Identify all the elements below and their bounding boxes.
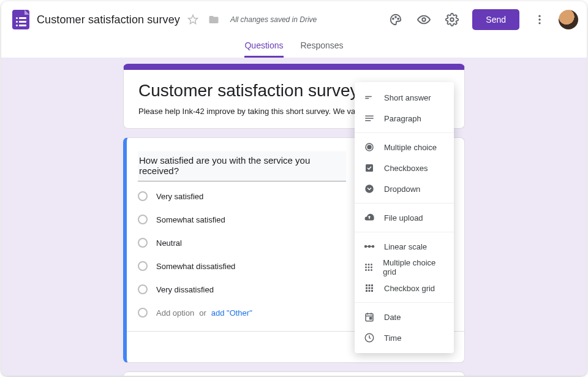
add-other-button[interactable]: add "Other"	[211, 308, 252, 318]
tab-responses[interactable]: Responses	[301, 38, 344, 58]
svg-point-34	[368, 267, 370, 268]
question-title-input[interactable]: How satisfied are you with the service y…	[138, 151, 346, 181]
svg-point-28	[369, 246, 371, 248]
star-icon[interactable]	[185, 14, 201, 25]
type-label: Checkbox grid	[384, 284, 435, 293]
short-answer-icon	[363, 92, 375, 103]
question-type-menu: Short answer Paragraph Multiple choice C…	[355, 82, 454, 353]
type-cb-grid[interactable]: Checkbox grid	[355, 278, 454, 299]
svg-point-12	[451, 18, 454, 21]
svg-point-37	[368, 269, 370, 271]
svg-point-27	[365, 246, 367, 248]
svg-point-36	[365, 269, 367, 271]
svg-rect-17	[365, 96, 372, 97]
linear-scale-icon	[363, 241, 375, 252]
app-header: Customer satisfaction survey All changes…	[1, 1, 587, 38]
svg-rect-47	[371, 290, 373, 292]
type-linear-scale[interactable]: Linear scale	[355, 236, 454, 257]
move-to-folder-icon[interactable]	[206, 14, 222, 25]
grid-radio-icon	[363, 262, 374, 273]
svg-point-9	[395, 17, 396, 18]
type-dropdown[interactable]: Dropdown	[355, 178, 454, 199]
paragraph-icon	[363, 113, 375, 124]
radio-icon	[138, 261, 148, 271]
calendar-icon	[363, 311, 375, 322]
document-title[interactable]: Customer satisfaction survey	[37, 13, 180, 26]
type-label: Paragraph	[384, 114, 421, 123]
grid-checkbox-icon	[363, 283, 375, 294]
svg-point-15	[538, 22, 540, 24]
svg-rect-5	[16, 25, 18, 26]
svg-point-10	[398, 18, 399, 20]
svg-point-13	[538, 15, 540, 17]
type-mc-grid[interactable]: Multiple choice grid	[355, 257, 454, 278]
svg-rect-6	[19, 25, 26, 26]
svg-rect-39	[366, 284, 368, 286]
option-label[interactable]: Somewhat satisfied	[156, 215, 225, 224]
svg-point-11	[423, 18, 426, 21]
type-label: Checkboxes	[384, 164, 428, 173]
dropdown-icon	[363, 183, 375, 194]
svg-rect-3	[16, 21, 18, 23]
menu-separator	[355, 302, 454, 303]
radio-icon	[138, 284, 148, 294]
radio-icon	[363, 142, 375, 153]
type-label: Short answer	[384, 93, 431, 102]
svg-point-8	[393, 18, 394, 20]
account-avatar[interactable]	[559, 10, 578, 29]
radio-icon	[138, 215, 148, 224]
more-options-icon[interactable]	[528, 8, 551, 31]
preview-icon[interactable]	[412, 8, 435, 31]
tab-questions[interactable]: Questions	[244, 38, 283, 58]
cloud-upload-icon	[363, 212, 375, 223]
svg-rect-41	[371, 284, 373, 286]
option-label[interactable]: Very dissatisfied	[156, 285, 214, 294]
svg-point-35	[371, 267, 372, 268]
menu-separator	[355, 132, 454, 133]
type-label: Linear scale	[384, 242, 427, 251]
settings-gear-icon[interactable]	[440, 8, 464, 31]
svg-point-38	[371, 269, 372, 271]
type-label: Time	[384, 333, 401, 343]
type-label: Multiple choice	[384, 143, 437, 152]
svg-rect-45	[366, 290, 368, 292]
type-date[interactable]: Date	[355, 307, 454, 327]
type-multiple-choice[interactable]: Multiple choice	[355, 137, 454, 158]
form-canvas: Customer satisfaction survey Please help…	[1, 58, 587, 376]
menu-separator	[355, 203, 454, 204]
svg-point-32	[371, 264, 372, 265]
type-short-answer[interactable]: Short answer	[355, 87, 454, 108]
svg-point-33	[365, 267, 367, 268]
svg-point-31	[368, 264, 370, 265]
save-status-text: All changes saved in Drive	[230, 15, 317, 24]
svg-rect-43	[369, 288, 371, 289]
svg-rect-46	[369, 290, 371, 292]
svg-rect-4	[19, 21, 26, 23]
customize-theme-icon[interactable]	[384, 8, 407, 31]
svg-point-30	[365, 264, 367, 265]
type-checkboxes[interactable]: Checkboxes	[355, 158, 454, 178]
menu-separator	[355, 232, 454, 232]
svg-point-29	[372, 246, 374, 248]
svg-rect-1	[16, 17, 18, 19]
type-file-upload[interactable]: File upload	[355, 207, 454, 228]
svg-rect-24	[366, 164, 373, 172]
svg-rect-18	[365, 98, 369, 99]
type-time[interactable]: Time	[355, 327, 454, 348]
type-label: File upload	[384, 213, 423, 223]
send-button[interactable]: Send	[472, 9, 519, 30]
option-label[interactable]: Very satisfied	[156, 192, 203, 201]
question-card[interactable]: How well does each word or phrase descri…	[123, 371, 465, 376]
svg-rect-42	[366, 288, 368, 289]
add-option-button[interactable]: Add option	[156, 308, 194, 318]
type-label: Multiple choice grid	[383, 258, 445, 276]
forms-app-icon[interactable]	[10, 9, 32, 31]
option-label[interactable]: Somewhat dissatisfied	[156, 262, 235, 271]
option-label[interactable]: Neutral	[156, 238, 182, 248]
svg-point-14	[538, 18, 540, 20]
radio-icon	[138, 308, 148, 318]
type-label: Dropdown	[384, 185, 420, 194]
svg-rect-21	[365, 120, 371, 121]
type-paragraph[interactable]: Paragraph	[355, 108, 454, 129]
svg-rect-20	[365, 118, 374, 119]
